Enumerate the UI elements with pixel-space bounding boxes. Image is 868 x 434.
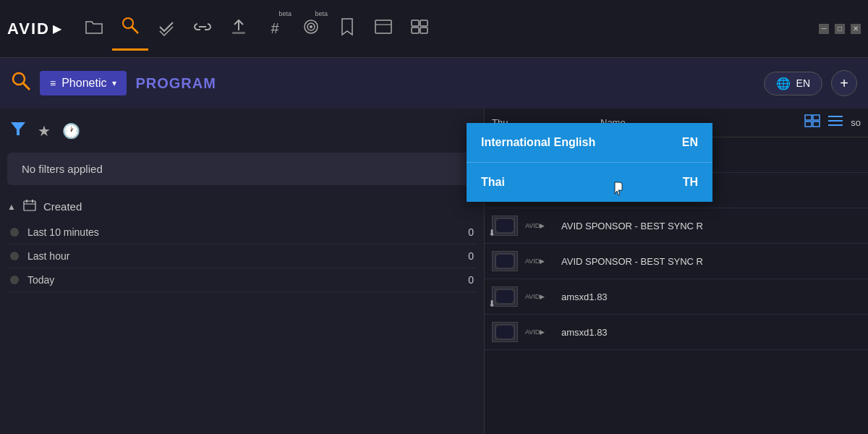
toolbar-link[interactable] — [184, 7, 221, 51]
svg-point-0 — [123, 18, 133, 28]
svg-rect-42 — [495, 254, 498, 256]
toolbar-upload[interactable] — [221, 7, 257, 51]
svg-rect-41 — [495, 254, 514, 268]
language-button[interactable]: 🌐 EN — [764, 72, 822, 95]
svg-rect-44 — [495, 266, 498, 268]
toolbar-bookmark[interactable] — [329, 7, 365, 51]
svg-point-5 — [310, 25, 312, 28]
avid-logo-small: AVID▶ — [525, 222, 554, 229]
filter-count: 0 — [459, 226, 474, 238]
globe-icon: 🌐 — [776, 77, 791, 90]
svg-rect-38 — [512, 218, 514, 221]
search-icon — [11, 71, 31, 95]
menu-icon: ≡ — [50, 77, 56, 89]
search-bar: ≡ Phonetic ▾ PROGRAM 🌐 EN + — [0, 58, 868, 109]
toolbar-folder[interactable] — [76, 7, 112, 51]
svg-rect-53 — [512, 325, 514, 327]
plus-icon: + — [840, 75, 848, 92]
created-header: ▲ Created — [7, 200, 477, 213]
add-button[interactable]: + — [831, 70, 857, 96]
top-toolbar: AVID ▶ — [0, 0, 868, 58]
clock-icon[interactable]: 🕐 — [62, 122, 80, 140]
phonetic-button[interactable]: ≡ Phonetic ▾ — [40, 71, 127, 95]
result-thumbnail: ⬇ — [492, 216, 518, 236]
view-toggle-button[interactable] — [804, 114, 820, 131]
list-view-button[interactable] — [827, 114, 843, 131]
dropdown-label-english: International English — [481, 136, 595, 149]
result-row[interactable]: AVID▶ amsxd1.83 — [485, 315, 868, 350]
language-label: EN — [796, 77, 810, 89]
bookmark-icon — [339, 17, 355, 41]
svg-rect-47 — [495, 289, 498, 292]
svg-line-13 — [23, 83, 30, 90]
svg-rect-45 — [512, 266, 514, 268]
minimize-button[interactable]: ─ — [819, 24, 829, 34]
filter-count: 0 — [459, 250, 474, 262]
filter-icon[interactable] — [10, 122, 26, 140]
folder-icon — [85, 19, 103, 39]
close-button[interactable]: ✕ — [851, 24, 861, 34]
filter-item-last-hour[interactable]: Last hour 0 — [7, 244, 477, 268]
created-section: ▲ Created Last 10 minutes 0 — [7, 197, 477, 295]
chevron-down-icon: ▾ — [112, 78, 116, 88]
svg-rect-9 — [420, 20, 427, 26]
avid-logo-small: AVID▶ — [525, 293, 554, 300]
toolbar-panel[interactable] — [365, 7, 401, 51]
dropdown-item-english[interactable]: International English EN — [467, 123, 712, 163]
toolbar-settings-ring[interactable]: beta — [293, 7, 329, 51]
svg-rect-10 — [412, 27, 419, 33]
maximize-button[interactable]: □ — [835, 24, 845, 34]
svg-rect-19 — [805, 115, 812, 120]
svg-rect-43 — [512, 254, 514, 256]
avid-logo-text: AVID — [7, 20, 50, 38]
result-name: AVID SPONSOR - BEST SYNC R — [561, 256, 861, 267]
filter-label: Last hour — [27, 250, 451, 262]
filter-count: 0 — [459, 274, 474, 286]
link-icon — [193, 19, 212, 39]
svg-rect-39 — [495, 231, 498, 233]
created-label: Created — [43, 200, 82, 213]
filter-item-last-10[interactable]: Last 10 minutes 0 — [7, 221, 477, 244]
grid-icon — [410, 19, 429, 39]
no-filters-text: No filters applied — [22, 163, 103, 175]
result-row[interactable]: ⬇ AVID▶ amsxd1.83 — [485, 279, 868, 315]
search-toolbar-icon — [121, 16, 140, 39]
result-name: AVID SPONSOR - BEST SYNC R — [561, 221, 861, 231]
svg-rect-49 — [495, 302, 498, 304]
result-name: amsxd1.83 — [561, 292, 861, 302]
toolbar-search[interactable] — [112, 7, 148, 51]
program-label: PROGRAM — [135, 75, 754, 92]
language-dropdown: International English EN Thai TH — [467, 123, 712, 202]
settings-ring-icon — [302, 17, 320, 41]
toolbar-grid[interactable] — [401, 7, 438, 51]
toolbar-hashtag[interactable]: beta # — [257, 7, 293, 51]
toolbar-check[interactable] — [148, 7, 184, 51]
avid-logo-small: AVID▶ — [525, 328, 554, 336]
star-icon[interactable]: ★ — [38, 122, 51, 140]
svg-rect-8 — [412, 20, 419, 26]
svg-rect-55 — [512, 337, 514, 339]
result-row[interactable]: ⬇ AVID▶ AVID SPONSOR - BEST SYNC R — [485, 208, 868, 244]
svg-rect-11 — [420, 27, 427, 33]
filter-label: Last 10 minutes — [27, 226, 451, 238]
filter-label: Today — [27, 274, 451, 286]
result-thumbnail — [492, 322, 518, 342]
expand-arrow-icon[interactable]: ▲ — [7, 202, 16, 212]
avid-play-icon: ▶ — [53, 22, 61, 35]
svg-rect-54 — [495, 337, 498, 339]
svg-rect-2 — [232, 32, 245, 34]
left-panel: ★ 🕐 « No filters applied ▲ Created — [0, 109, 485, 434]
result-row[interactable]: AVID▶ AVID SPONSOR - BEST SYNC R — [485, 244, 868, 279]
avid-logo-small: AVID▶ — [525, 258, 554, 265]
filter-item-today[interactable]: Today 0 — [7, 268, 477, 292]
window-controls: ─ □ ✕ — [819, 24, 861, 34]
phonetic-label: Phonetic — [61, 77, 106, 90]
dropdown-item-thai[interactable]: Thai TH — [467, 163, 712, 202]
filter-dot — [10, 228, 19, 237]
svg-rect-6 — [375, 20, 391, 33]
svg-rect-52 — [495, 325, 498, 327]
filter-dot — [10, 276, 19, 284]
result-thumbnail — [492, 251, 518, 271]
svg-rect-50 — [512, 302, 514, 304]
dropdown-label-thai: Thai — [481, 176, 505, 189]
